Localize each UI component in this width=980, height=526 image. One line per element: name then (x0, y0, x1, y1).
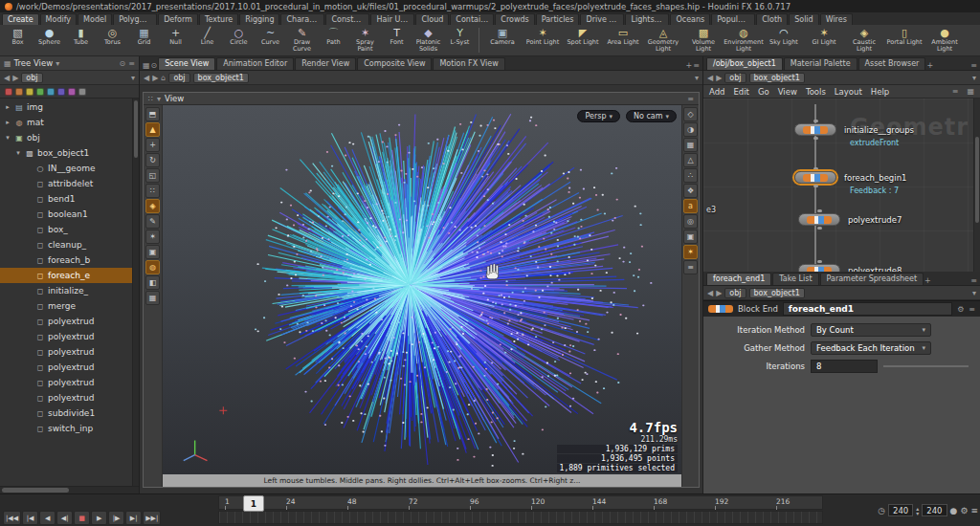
pane-grid-icon[interactable]: ▦ (143, 61, 150, 70)
menu-go[interactable]: Go (758, 87, 769, 97)
shelf-tab-containers[interactable]: Containers (450, 13, 494, 25)
home-icon[interactable]: ⌂ (161, 74, 166, 82)
tree-item-subdivide1[interactable]: ◻subdivide1 (0, 405, 132, 421)
shelf-tool-spot-light[interactable]: ◤Spot Light (563, 26, 603, 55)
stepper-down-icon[interactable]: ▾ (916, 511, 919, 515)
snapshot-icon[interactable]: ▣ (683, 230, 698, 244)
shelf-tab-cloth[interactable]: Cloth (756, 13, 788, 25)
node-polyextrude8[interactable]: polyextrude8 (798, 264, 961, 272)
shelf-tool-area-light[interactable]: ▭Area Light (603, 26, 643, 55)
tab-render-view[interactable]: Render View (295, 57, 356, 70)
shelf-tab-deform[interactable]: Deform (158, 13, 198, 25)
wireframe-icon[interactable]: ▦ (683, 138, 698, 152)
menu-edit[interactable]: Edit (733, 87, 748, 97)
lamp-icon[interactable]: ✶ (683, 245, 698, 259)
tree-filter-icon-0[interactable] (5, 88, 12, 96)
pane-menu-icon[interactable]: ≡ (969, 305, 975, 314)
viewport-canvas[interactable]: Persp ▾ No cam ▾ 4.7fps 211.29ms 1,936,1… (163, 105, 681, 487)
pane-menu-icon[interactable]: ≡ (128, 59, 135, 68)
tree-item-bend1[interactable]: ◻bend1 (0, 191, 132, 207)
scroll-thumb[interactable] (2, 488, 69, 493)
chevron-down-icon[interactable]: ▾ (56, 59, 59, 68)
stop-button[interactable]: ■ (74, 511, 90, 525)
playbar-menu-icon[interactable]: ≡ (970, 506, 978, 515)
layout-icon[interactable]: ⬒ (145, 107, 160, 121)
tab-parameter-spreadsheet[interactable]: Parameter Spreadsheet (820, 273, 924, 285)
tab-animation-editor[interactable]: Animation Editor (216, 57, 294, 70)
breadcrumb-obj[interactable]: obj (168, 73, 189, 83)
shelf-tab-populate[interactable]: Populate (711, 13, 755, 25)
shelf-tool-camera[interactable]: ▣Camera (482, 26, 523, 55)
handles-icon[interactable]: ∷ (145, 184, 160, 198)
shelf-tab-particles[interactable]: Particles (536, 13, 580, 25)
shelf-tab-hair-utils[interactable]: Hair Utils (370, 13, 414, 25)
shelf-tab-model[interactable]: Model (78, 13, 112, 25)
camera-persp-menu[interactable]: Persp ▾ (577, 110, 620, 122)
options-icon[interactable]: ≡ (683, 260, 698, 274)
timeline-track[interactable] (218, 511, 823, 524)
tree-filter-icon-5[interactable] (57, 88, 65, 96)
gear-icon[interactable]: ⚙ (960, 506, 968, 515)
forward-icon[interactable]: ▶ (12, 74, 18, 82)
prev-keyframe-button[interactable]: |◀ (22, 511, 38, 525)
tree-filter-icon-4[interactable] (47, 88, 55, 96)
back-icon[interactable]: ◀ (707, 289, 713, 297)
shelf-tool-geometry-light[interactable]: ◬Geometry Light (643, 26, 683, 55)
next-frame-button[interactable]: |▶ (108, 511, 124, 525)
tab-take-list[interactable]: Take List (772, 273, 818, 285)
shelf-tool-environment-light[interactable]: ◍Environment Light (724, 26, 764, 55)
shelf-tool-volume-light[interactable]: ▩Volume Light (683, 26, 724, 55)
play-reverse-button[interactable]: ◀ (39, 511, 56, 525)
shelf-tool-ambient-light[interactable]: ●Ambient Light (924, 26, 965, 55)
tree-item-polyextrud[interactable]: ◻polyextrud (0, 390, 132, 405)
range-end-field[interactable]: 240 (922, 504, 947, 516)
shelf-tab-drive-simulation[interactable]: Drive Simulation (580, 13, 624, 25)
draw-icon[interactable]: ✎ (145, 214, 160, 229)
scale-icon[interactable]: ◱ (145, 168, 160, 183)
tree-filter-icon-3[interactable] (36, 88, 44, 96)
shelf-tool-box[interactable]: ▧Box (2, 26, 33, 55)
tree-item-foreach-b[interactable]: ◻foreach_b (0, 252, 132, 268)
jump-start-button[interactable]: |◀◀ (3, 511, 21, 525)
shelf-tool-line[interactable]: ╱Line (191, 26, 223, 55)
node-name-field[interactable]: foreach_end1 (783, 302, 952, 316)
tab-material-palette[interactable]: Material Palette (784, 57, 858, 70)
tree-filter-icon-1[interactable] (15, 88, 23, 96)
pin-icon[interactable]: ⊙ (151, 61, 158, 70)
grid-icon[interactable]: ▦ (145, 291, 160, 305)
tab-asset-browser[interactable]: Asset Browser (858, 57, 926, 70)
jump-end-button[interactable]: ▶▶| (143, 511, 161, 525)
shelf-tab-constraints[interactable]: Constraints (325, 13, 369, 25)
shelf-tool-tube[interactable]: ▮Tube (65, 26, 97, 55)
shelf-tab-characters[interactable]: Characters (280, 13, 324, 25)
shelf-tool-circle[interactable]: ○Circle (223, 26, 255, 55)
breadcrumb-box-object1[interactable]: box_object1 (749, 73, 805, 83)
tree-item-mat[interactable]: ▸◍mat (0, 115, 132, 130)
shelf-tab-solid[interactable]: Solid (789, 13, 819, 25)
display-icon[interactable]: ◧ (145, 275, 160, 290)
tree-item-switch-inp[interactable]: ◻switch_inp (0, 421, 132, 436)
param-gather-method-select[interactable]: Feedback Each Iteration▾ (811, 341, 931, 355)
chevron-down-icon[interactable]: ▾ (157, 95, 161, 103)
tree-item-initialize[interactable]: ◻initialize_ (0, 283, 132, 298)
tree-filter-icon-6[interactable] (68, 88, 76, 96)
tree-item-merge[interactable]: ◻merge (0, 298, 132, 314)
new-tab-icon[interactable]: + (924, 276, 931, 285)
tree-filter-icon-2[interactable] (26, 88, 33, 96)
normals-icon[interactable]: △ (683, 153, 698, 167)
scroll-thumb[interactable] (975, 137, 979, 223)
tree-item-img[interactable]: ▸▤img (0, 99, 132, 115)
tree-item-cleanup[interactable]: ◻cleanup_ (0, 237, 132, 252)
groups-icon[interactable]: ❖ (683, 184, 698, 198)
menu-tools[interactable]: Tools (806, 87, 826, 97)
back-icon[interactable]: ◀ (4, 74, 10, 82)
shelf-tab-lights-and-cameras[interactable]: Lights and Cameras (625, 13, 669, 25)
shelf-tab-oceans[interactable]: Oceans (670, 13, 710, 25)
tab-scene-view[interactable]: Scene View (158, 57, 215, 70)
breadcrumb-box-object1[interactable]: box_object1 (749, 288, 805, 298)
node-initialize-groups[interactable]: initialize__groupsextrudeFront (794, 123, 957, 152)
prev-frame-button[interactable]: ◀| (56, 511, 73, 525)
pane-menu-icon[interactable]: ≡ (687, 95, 694, 103)
camera-icon[interactable]: ▣ (145, 245, 160, 259)
shelf-tool-gi-light[interactable]: ✶GI Light (804, 26, 844, 55)
